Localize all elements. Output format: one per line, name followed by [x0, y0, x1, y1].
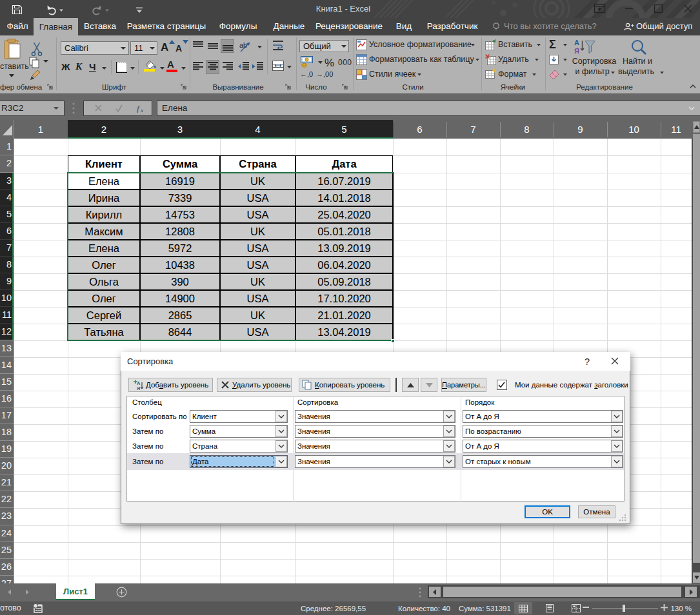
svg-text:Я: Я — [137, 386, 140, 391]
svg-text:ab: ab — [239, 41, 247, 49]
svg-text:Я: Я — [574, 47, 579, 55]
svg-text:А: А — [574, 39, 579, 46]
svg-text:x: x — [140, 107, 143, 113]
